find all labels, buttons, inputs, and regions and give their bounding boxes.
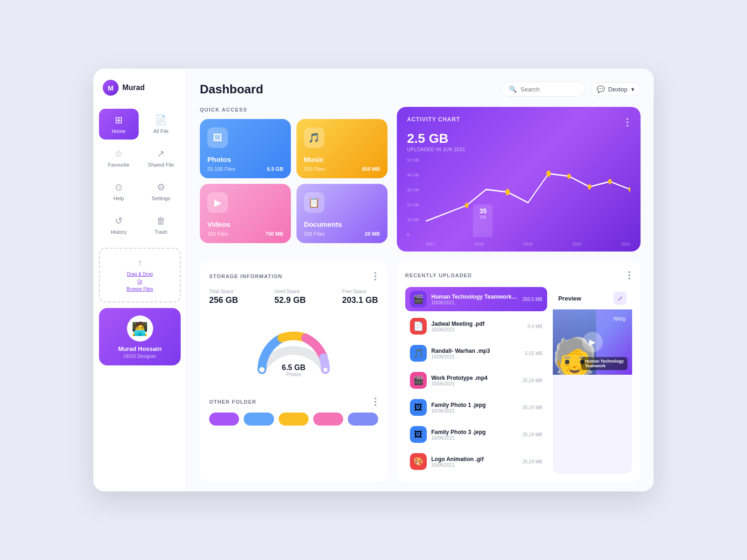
chart-value: 2.5 GB	[407, 131, 630, 146]
file-date-1: 10/06/2021	[431, 300, 518, 305]
expand-button[interactable]: ⤢	[613, 292, 627, 305]
help-icon: ⊙	[115, 182, 123, 193]
storage-card: STORAGE INFORMATION Total Space 256 GB U…	[200, 261, 388, 482]
sidebar-item-label: History	[111, 229, 127, 235]
nav-grid: ⊞ Home 📄 All File ☆ Favourite ↗ Shared F…	[93, 109, 186, 240]
recently-menu-button[interactable]	[627, 269, 632, 281]
chart-dot	[546, 170, 550, 177]
documents-size: 20 MB	[365, 231, 380, 237]
sidebar-item-settings[interactable]: ⚙ Settings	[141, 176, 181, 207]
sidebar: M Murad ⊞ Home 📄 All File ☆ Favourite ↗	[93, 69, 187, 491]
file-info-2: Jadwal Meeting .pdf 10/06/2021	[431, 321, 523, 332]
preview-card: Preview ⤢ 🧓 NN/g ▶	[553, 287, 632, 474]
browse-files-link[interactable]: Browse Files	[127, 287, 153, 292]
file-thumb-6: 🖼	[410, 426, 427, 443]
user-role: UI/UX Designer	[105, 354, 175, 359]
free-value: 203.1 GB	[342, 295, 378, 305]
chart-subtitle: UPLOADED IN JUN 2021	[407, 147, 630, 152]
file-card-music[interactable]: 🎵 Music 200 Files 650 MB	[296, 119, 388, 178]
file-name-7: Logo Animation .gif	[431, 456, 518, 462]
preview-watermark: NN/g	[613, 316, 626, 322]
music-size: 650 MB	[362, 166, 380, 172]
sidebar-item-label: Favourite	[108, 162, 129, 168]
top-bar: Dashboard 🔍 💬 Dextop ▾	[200, 82, 641, 97]
chart-header: ACTIVITY CHART	[407, 116, 630, 128]
file-item[interactable]: 🎵 Randall- Warhan .mp3 10/06/2021 5.02 M…	[405, 341, 547, 365]
preview-header: Preview ⤢	[553, 287, 632, 309]
file-thumb-1: 🎬	[410, 291, 427, 308]
folder-bar-3	[279, 413, 309, 426]
svg-point-0	[260, 367, 264, 372]
file-info-5: Family Photo 1 .jepg 10/06/2021	[431, 402, 518, 413]
file-card-documents[interactable]: 📋 Documents 200 Files 20 MB	[296, 184, 388, 243]
drag-drop-area[interactable]: ↑ Drag & Drop Or Browse Files	[99, 248, 181, 302]
chart-x-labels: 2017 2018 2019 2020 2021	[426, 242, 630, 246]
sidebar-item-help[interactable]: ⊙ Help	[99, 176, 139, 207]
donut-chart: 6.5 GB Photos	[209, 315, 378, 389]
file-name-5: Family Photo 1 .jepg	[431, 402, 518, 408]
preview-image: 🧓 NN/g ▶ Human TechnologyTeamwork	[553, 309, 632, 375]
quick-access-grid: 🖼 Photos 20,100 Files 6.5 GB 🎵	[200, 119, 388, 243]
chart-svg-wrapper: 35 GB	[426, 158, 630, 237]
used-value: 52.9 GB	[275, 295, 306, 305]
chart-title: ACTIVITY CHART	[407, 116, 460, 123]
file-item[interactable]: 📄 Jadwal Meeting .pdf 10/06/2021 0.4 MB	[405, 314, 547, 338]
file-item[interactable]: 🎬 Work Prototype .mp4 10/06/2021 25.24 M…	[405, 368, 547, 392]
sidebar-item-label: Settings	[152, 196, 170, 201]
chart-menu-button[interactable]	[625, 116, 630, 128]
folder-bar-1	[209, 413, 239, 426]
sidebar-item-all-file[interactable]: 📄 All File	[141, 109, 181, 140]
trash-icon: 🗑	[156, 216, 166, 226]
file-size-3: 5.02 MB	[525, 351, 542, 356]
other-folder-menu[interactable]	[373, 396, 378, 408]
file-size-5: 25.24 MB	[522, 405, 543, 410]
file-item[interactable]: 🎨 Logo Animation .gif 10/06/2021 25.24 M…	[405, 449, 547, 474]
documents-name: Documents	[304, 220, 380, 228]
photos-size: 6.5 GB	[267, 166, 283, 172]
donut-svg	[254, 315, 333, 389]
profile-button[interactable]: 💬 Dextop ▾	[591, 82, 641, 96]
videos-name: Videos	[207, 220, 283, 228]
file-info-3: Randall- Warhan .mp3 10/06/2021	[431, 348, 521, 359]
file-info-6: Family Photo 3 .jepg 10/06/2021	[431, 429, 518, 441]
preview-title: Preview	[558, 295, 581, 302]
other-folder-section: OTHER FOLDER	[209, 396, 378, 426]
file-item[interactable]: 🎬 Human Technology Teamwork .mkv 10/06/2…	[405, 287, 547, 311]
search-input[interactable]	[521, 86, 577, 93]
folder-bar-5	[348, 413, 378, 426]
favourite-icon: ☆	[114, 148, 123, 159]
preview-play-button[interactable]: ▶	[582, 332, 603, 352]
recently-uploaded-section: RECENTLY UPLOADED 🎬 Human Technology Tea…	[397, 261, 641, 482]
sidebar-item-label: Shared File	[148, 162, 174, 168]
file-card-videos[interactable]: ▶ Videos 150 Files 750 MB	[200, 184, 291, 243]
total-label: Total Space	[209, 289, 238, 294]
activity-chart: ACTIVITY CHART 2.5 GB UPLOADED IN JUN 20…	[397, 107, 641, 252]
stat-total: Total Space 256 GB	[209, 289, 238, 305]
sidebar-item-shared-file[interactable]: ↗ Shared File	[141, 142, 181, 173]
documents-icon: 📋	[304, 192, 324, 213]
donut-label: 6.5 GB Photos	[282, 364, 306, 377]
file-card-photos[interactable]: 🖼 Photos 20,100 Files 6.5 GB	[200, 119, 291, 178]
file-date-4: 10/06/2021	[431, 381, 518, 386]
sidebar-item-history[interactable]: ↺ History	[99, 210, 139, 240]
sidebar-item-home[interactable]: ⊞ Home	[99, 109, 139, 140]
chart-dot	[567, 174, 571, 179]
folder-bar-4	[313, 413, 343, 426]
photos-name: Photos	[207, 155, 283, 163]
preview-caption: Human TechnologyTeamwork	[581, 357, 627, 370]
storage-menu-button[interactable]	[373, 270, 378, 282]
recently-content: 🎬 Human Technology Teamwork .mkv 10/06/2…	[405, 287, 632, 474]
bar-value: 35	[479, 207, 487, 215]
bar-unit: GB	[480, 215, 486, 219]
sidebar-item-label: Trash	[155, 229, 168, 235]
file-item[interactable]: 🖼 Family Photo 3 .jepg 10/06/2021 25.24 …	[405, 422, 547, 447]
avatar: 🧑‍💻	[127, 315, 153, 342]
other-folder-title: OTHER FOLDER	[209, 399, 256, 405]
file-item[interactable]: 🖼 Family Photo 1 .jepg 10/06/2021 25.24 …	[405, 395, 547, 420]
file-date-7: 10/06/2021	[431, 462, 518, 468]
profile-icon: 💬	[597, 85, 605, 93]
sidebar-item-trash[interactable]: 🗑 Trash	[141, 210, 181, 240]
sidebar-item-favourite[interactable]: ☆ Favourite	[99, 142, 139, 173]
drag-drop-text: Drag & Drop Or Browse Files	[106, 271, 174, 293]
videos-count: 150 Files	[207, 231, 228, 237]
